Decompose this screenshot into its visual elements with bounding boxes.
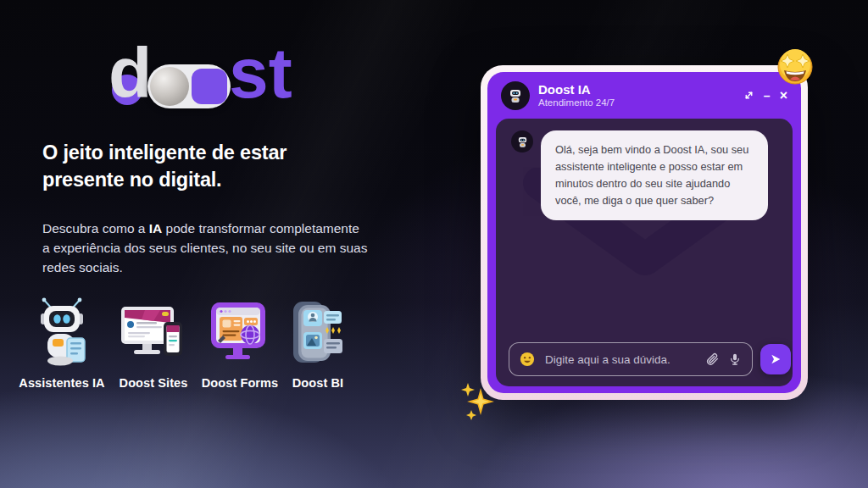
feature-label: Doost Sites: [104, 376, 203, 390]
logo-sphere: [150, 67, 189, 106]
robot-avatar-icon: [506, 86, 525, 105]
robot-avatar-icon: [515, 135, 530, 149]
sparkles: [458, 378, 502, 427]
chat-subtitle: Atendimento 24/7: [538, 97, 615, 108]
websites-icon: [116, 297, 191, 371]
chat-header-avatar: [501, 81, 530, 110]
landing-page: d st O jeito inteligente de estar presen…: [0, 0, 868, 488]
minimize-glyph: –: [764, 90, 771, 102]
bi-dashboard-icon: [281, 297, 355, 371]
chat-conversation-area: Olá, seja bem vindo a Doost IA, sou seu …: [496, 119, 793, 386]
send-icon: [769, 352, 782, 366]
description-part1: Descubra como a: [42, 221, 149, 236]
feature-label: Assistentes IA: [13, 376, 111, 390]
minimize-icon[interactable]: –: [764, 90, 771, 102]
feature-doost-sites: Doost Sites: [104, 297, 203, 390]
page-title: O jeito inteligente de estar presente no…: [42, 139, 287, 193]
close-icon[interactable]: ×: [780, 90, 787, 102]
forms-icon: [203, 297, 277, 371]
logo-toggle-pill: [147, 64, 231, 108]
robot-icon: [25, 297, 99, 371]
chat-header-text: Doost IA Atendimento 24/7: [538, 82, 615, 108]
chat-title: Doost IA: [538, 82, 615, 97]
attachment-paperclip-icon[interactable]: [705, 352, 720, 367]
logo-letter-d: d: [108, 37, 152, 108]
close-glyph: ×: [780, 90, 787, 102]
send-button[interactable]: [760, 344, 791, 374]
bot-message-bubble: Olá, seja bem vindo a Doost IA, sou seu …: [541, 130, 768, 220]
chat-message-input[interactable]: [543, 352, 697, 367]
emoji-picker-icon[interactable]: [520, 352, 535, 367]
logo-purple-square: [192, 69, 227, 104]
page-title-line1: O jeito inteligente de estar: [42, 141, 287, 164]
page-description: Descubra como a IA pode transformar comp…: [42, 219, 370, 277]
chat-header: Doost IA Atendimento 24/7 – ×: [487, 72, 801, 119]
microphone-icon[interactable]: [728, 352, 742, 366]
expand-icon[interactable]: [743, 90, 754, 101]
doost-logo: d st: [108, 44, 270, 115]
feature-doost-bi: Doost BI: [269, 297, 367, 390]
bot-message-avatar: [511, 130, 533, 152]
description-bold-ia: IA: [149, 221, 163, 236]
chat-panel: Doost IA Atendimento 24/7 – ×: [487, 72, 801, 393]
page-title-line2: presente no digital.: [42, 169, 221, 191]
star-struck-emoji: [776, 47, 815, 90]
feature-label: Doost BI: [269, 376, 367, 390]
chat-input-box[interactable]: [509, 342, 753, 376]
bot-message-row: Olá, seja bem vindo a Doost IA, sou seu …: [511, 130, 768, 220]
feature-assistentes-ia: Assistentes IA: [13, 297, 111, 390]
logo-letters-st: st: [229, 37, 292, 108]
chat-widget: Doost IA Atendimento 24/7 – ×: [481, 65, 808, 400]
chat-input-row: [509, 342, 780, 376]
chat-window-controls: – ×: [743, 90, 787, 102]
